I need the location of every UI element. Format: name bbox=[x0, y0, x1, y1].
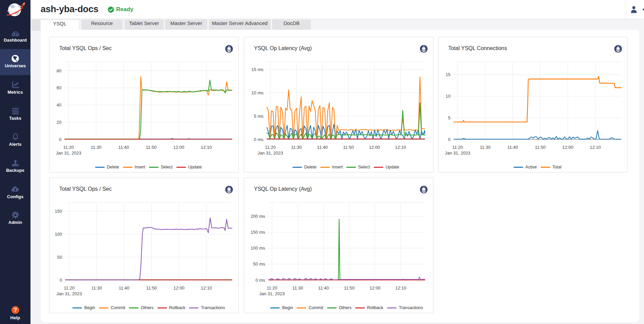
svg-text:80: 80 bbox=[57, 68, 61, 73]
svg-text:11:30: 11:30 bbox=[480, 145, 491, 150]
svg-text:12:10: 12:10 bbox=[395, 285, 406, 291]
svg-text:200 ms: 200 ms bbox=[251, 214, 265, 219]
svg-text:11:20: 11:20 bbox=[64, 285, 75, 291]
svg-text:Jan 31, 2023: Jan 31, 2023 bbox=[56, 151, 81, 156]
svg-text:40: 40 bbox=[57, 102, 61, 108]
svg-text:60: 60 bbox=[57, 85, 61, 90]
svg-text:Jan 31, 2023: Jan 31, 2023 bbox=[258, 151, 283, 156]
svg-text:Jan 31, 2023: Jan 31, 2023 bbox=[259, 291, 285, 296]
svg-text:Total YSQL Ops / Sec: Total YSQL Ops / Sec bbox=[59, 186, 112, 192]
svg-text:11:50: 11:50 bbox=[146, 285, 157, 291]
svg-text:0 ms: 0 ms bbox=[256, 278, 265, 283]
svg-text:11:40: 11:40 bbox=[507, 145, 518, 150]
svg-text:YSQL Op Latency (Avg): YSQL Op Latency (Avg) bbox=[254, 45, 312, 51]
svg-text:0: 0 bbox=[448, 137, 450, 142]
svg-text:?: ? bbox=[14, 307, 17, 313]
svg-text:0 ms: 0 ms bbox=[254, 137, 264, 142]
svg-text:Jan 31, 2023: Jan 31, 2023 bbox=[57, 291, 82, 296]
svg-text:12:10: 12:10 bbox=[201, 285, 212, 291]
svg-text:50 ms: 50 ms bbox=[253, 261, 265, 267]
svg-text:Total YSQL Ops / Sec: Total YSQL Ops / Sec bbox=[59, 45, 112, 51]
svg-text:11:50: 11:50 bbox=[535, 145, 546, 150]
svg-text:11:40: 11:40 bbox=[318, 285, 329, 291]
svg-text:5 ms: 5 ms bbox=[254, 114, 264, 119]
svg-text:0: 0 bbox=[59, 137, 61, 142]
svg-text:12:00: 12:00 bbox=[173, 285, 185, 291]
svg-text:12:10: 12:10 bbox=[590, 145, 601, 150]
svg-text:Total YSQL Connections: Total YSQL Connections bbox=[448, 45, 507, 51]
svg-text:15: 15 bbox=[446, 72, 450, 77]
svg-text:11:30: 11:30 bbox=[91, 285, 102, 291]
svg-text:11:20: 11:20 bbox=[63, 145, 74, 150]
svg-text:11:30: 11:30 bbox=[91, 145, 102, 150]
svg-text:11:20: 11:20 bbox=[452, 145, 463, 150]
svg-text:11:40: 11:40 bbox=[119, 285, 130, 291]
svg-text:12:10: 12:10 bbox=[201, 145, 212, 150]
svg-text:20: 20 bbox=[57, 120, 61, 125]
svg-text:12:00: 12:00 bbox=[369, 285, 381, 291]
svg-text:11:50: 11:50 bbox=[344, 285, 355, 291]
svg-text:11:30: 11:30 bbox=[291, 145, 302, 150]
svg-text:12:10: 12:10 bbox=[395, 145, 406, 150]
svg-text:0: 0 bbox=[60, 278, 62, 283]
svg-text:100: 100 bbox=[55, 232, 62, 237]
svg-text:150 ms: 150 ms bbox=[251, 230, 265, 235]
svg-text:11:50: 11:50 bbox=[343, 145, 354, 150]
svg-text:100 ms: 100 ms bbox=[251, 246, 265, 251]
svg-text:12:00: 12:00 bbox=[562, 145, 574, 150]
svg-text:11:40: 11:40 bbox=[317, 145, 328, 150]
svg-text:5: 5 bbox=[448, 115, 450, 120]
svg-text:15 ms: 15 ms bbox=[252, 67, 264, 72]
svg-text:11:20: 11:20 bbox=[265, 145, 276, 150]
svg-text:YSQL Op Latency (Avg): YSQL Op Latency (Avg) bbox=[254, 186, 312, 192]
svg-text:11:30: 11:30 bbox=[293, 285, 303, 291]
svg-text:50: 50 bbox=[57, 255, 62, 260]
svg-text:12:00: 12:00 bbox=[173, 145, 185, 150]
svg-text:10 ms: 10 ms bbox=[252, 90, 264, 95]
svg-text:11:40: 11:40 bbox=[118, 145, 129, 150]
svg-text:11:50: 11:50 bbox=[146, 145, 157, 150]
svg-text:10: 10 bbox=[446, 94, 450, 99]
svg-text:12:00: 12:00 bbox=[369, 145, 380, 150]
svg-text:11:20: 11:20 bbox=[267, 285, 278, 291]
svg-text:Jan 31, 2023: Jan 31, 2023 bbox=[445, 151, 470, 156]
svg-text:150: 150 bbox=[55, 209, 62, 214]
